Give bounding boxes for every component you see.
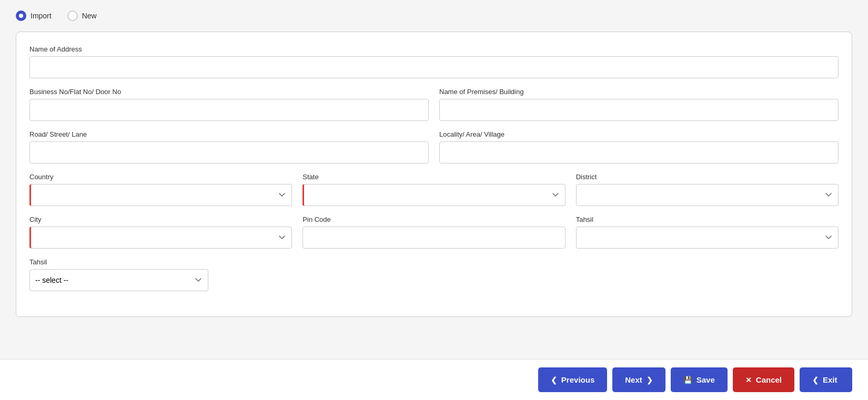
tahsil-select[interactable] (576, 227, 839, 249)
exit-icon: ❮ (812, 376, 819, 384)
previous-icon: ❮ (551, 376, 557, 384)
save-icon: 💾 (683, 376, 692, 384)
row-road-locality: Road/ Street/ Lane Locality/ Area/ Villa… (29, 130, 839, 163)
pin-code-col: Pin Code (302, 216, 565, 249)
state-col: State (302, 173, 565, 206)
import-radio-label: Import (31, 12, 52, 20)
next-icon: ❯ (647, 376, 653, 384)
country-label: Country (29, 173, 292, 181)
footer: ❮ Previous Next ❯ 💾 Save ✕ Cancel ❮ Exit (0, 359, 868, 400)
save-label: Save (697, 375, 715, 384)
pin-code-input[interactable] (302, 227, 565, 249)
locality-col: Locality/ Area/ Village (439, 130, 839, 163)
business-no-col: Business No/Flat No/ Door No (29, 88, 429, 121)
city-select[interactable] (29, 227, 292, 249)
row-country-state-district: Country State District (29, 173, 839, 206)
new-radio-button[interactable] (67, 11, 78, 21)
business-no-label: Business No/Flat No/ Door No (29, 88, 429, 96)
pin-code-label: Pin Code (302, 216, 565, 223)
tahsil2-label: Tahsil (29, 258, 839, 266)
exit-label: Exit (823, 375, 837, 384)
name-of-address-label: Name of Address (29, 45, 839, 53)
tahsil2-section: Tahsil -- select -- (29, 258, 839, 291)
exit-button[interactable]: ❮ Exit (800, 367, 852, 392)
form-container: Name of Address Business No/Flat No/ Doo… (16, 32, 852, 317)
district-label: District (576, 173, 839, 181)
main-content: Import New Name of Address Business No/F… (0, 0, 868, 400)
road-input[interactable] (29, 141, 429, 163)
country-col: Country (29, 173, 292, 206)
tahsil-label: Tahsil (576, 216, 839, 223)
import-radio-option[interactable]: Import (16, 11, 52, 21)
state-select[interactable] (302, 184, 565, 206)
new-radio-option[interactable]: New (67, 11, 97, 21)
district-col: District (576, 173, 839, 206)
locality-label: Locality/ Area/ Village (439, 130, 839, 138)
name-of-premises-col: Name of Premises/ Building (439, 88, 839, 121)
new-radio-label: New (82, 12, 97, 20)
country-select[interactable] (29, 184, 292, 206)
name-of-premises-input[interactable] (439, 99, 839, 121)
business-no-input[interactable] (29, 99, 429, 121)
city-col: City (29, 216, 292, 249)
radio-group: Import New (16, 11, 852, 21)
cancel-label: Cancel (756, 375, 782, 384)
name-of-address-section: Name of Address (29, 45, 839, 78)
road-label: Road/ Street/ Lane (29, 130, 429, 138)
import-radio-button[interactable] (16, 11, 26, 21)
save-button[interactable]: 💾 Save (671, 367, 728, 392)
name-of-premises-label: Name of Premises/ Building (439, 88, 839, 96)
tahsil2-select[interactable]: -- select -- (29, 269, 208, 291)
cancel-icon: ✕ (745, 376, 752, 384)
name-of-address-input[interactable] (29, 56, 839, 78)
locality-input[interactable] (439, 141, 839, 163)
tahsil-col: Tahsil (576, 216, 839, 249)
state-label: State (302, 173, 565, 181)
next-button[interactable]: Next ❯ (612, 367, 665, 392)
previous-label: Previous (561, 375, 594, 384)
previous-button[interactable]: ❮ Previous (538, 367, 607, 392)
row-business-premises: Business No/Flat No/ Door No Name of Pre… (29, 88, 839, 121)
road-col: Road/ Street/ Lane (29, 130, 429, 163)
district-select[interactable] (576, 184, 839, 206)
cancel-button[interactable]: ✕ Cancel (733, 367, 794, 392)
row-city-pincode-tahsil: City Pin Code Tahsil (29, 216, 839, 249)
next-label: Next (625, 375, 642, 384)
city-label: City (29, 216, 292, 223)
